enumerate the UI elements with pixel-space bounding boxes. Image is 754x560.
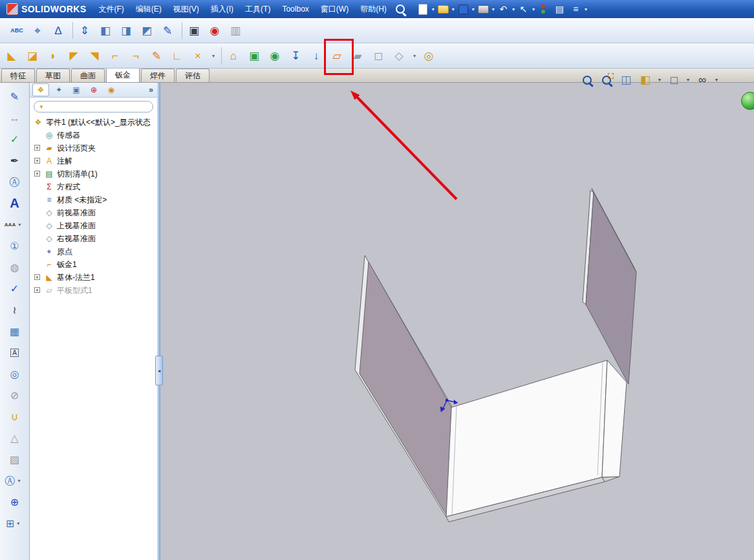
featuremanager-tab-icon[interactable]: ❖ bbox=[32, 83, 49, 96]
tree-item-right-plane[interactable]: ◇ 右视基准面 bbox=[30, 232, 157, 245]
edit-appearance-icon[interactable] bbox=[741, 92, 754, 110]
dropdown-arrow-icon[interactable]: ▾ bbox=[532, 6, 535, 12]
tree-item-root[interactable]: ❖ 零件1 (默认<<默认>_显示状态 bbox=[30, 116, 157, 129]
edge-flange-icon[interactable]: ◤ bbox=[65, 46, 83, 65]
section-view-icon[interactable]: ◫ bbox=[618, 72, 634, 88]
propertymanager-tab-icon[interactable]: ✦ bbox=[51, 84, 67, 96]
chevron-right-icon[interactable]: » bbox=[149, 85, 155, 94]
insert-bends-icon[interactable]: ◇ bbox=[390, 46, 408, 65]
expand-icon[interactable]: + bbox=[34, 287, 40, 293]
tree-filter-input[interactable] bbox=[47, 103, 148, 111]
tab-weldments[interactable]: 焊件 bbox=[141, 69, 175, 82]
new-document-icon[interactable] bbox=[416, 2, 431, 16]
smart-dimension-icon[interactable]: ↔ bbox=[4, 109, 26, 127]
tree-item-material[interactable]: ≡ 材质 <未指定> bbox=[30, 193, 157, 206]
symmetry-check-icon[interactable]: ◩ bbox=[138, 21, 156, 40]
print-icon[interactable] bbox=[476, 2, 491, 16]
spell-check-icon[interactable]: ✓ bbox=[4, 131, 26, 148]
dropdown-arrow-icon[interactable]: ▾ bbox=[656, 77, 663, 83]
dropdown-arrow-icon[interactable]: ▾ bbox=[585, 6, 587, 12]
zoom-fit-icon[interactable] bbox=[579, 72, 596, 88]
menu-edit[interactable]: 编辑(E) bbox=[130, 0, 167, 18]
graphics-area[interactable] bbox=[160, 83, 754, 560]
dimxpertmanager-tab-icon[interactable]: ⊕ bbox=[86, 84, 102, 96]
edit-sketch-icon[interactable]: ✎ bbox=[4, 88, 26, 105]
zoom-area-icon[interactable] bbox=[598, 72, 615, 88]
dropdown-arrow-icon[interactable]: ▾ bbox=[685, 77, 691, 83]
center-mark-icon[interactable]: ⊕ bbox=[4, 493, 26, 511]
display-style-icon[interactable]: ◻ bbox=[665, 72, 682, 88]
cross-break-icon[interactable]: × bbox=[189, 46, 207, 65]
revision-symbol-icon[interactable]: △ bbox=[4, 429, 26, 447]
base-flange-icon[interactable]: ◣ bbox=[3, 46, 21, 65]
jog-line-icon[interactable]: ∪ bbox=[4, 408, 26, 425]
search-icon[interactable] bbox=[393, 2, 408, 16]
tree-item-front-plane[interactable]: ◇ 前视基准面 bbox=[30, 206, 157, 219]
rebuild-icon[interactable] bbox=[536, 2, 551, 16]
format-painter-icon[interactable]: Ⓐ bbox=[4, 173, 26, 191]
tab-features[interactable]: 特征 bbox=[1, 69, 35, 82]
tree-item-sheet-metal1[interactable]: ⌐ 钣金1 bbox=[30, 258, 157, 271]
dropdown-arrow-icon[interactable]: ▾ bbox=[210, 53, 217, 59]
tab-evaluate[interactable]: 评估 bbox=[176, 69, 210, 82]
hide-show-items-icon[interactable]: ∞ bbox=[694, 72, 711, 88]
undo-icon[interactable]: ↶ bbox=[496, 2, 511, 16]
area-hatch-icon[interactable]: ▨ bbox=[4, 451, 26, 468]
options-icon[interactable]: ≡ bbox=[568, 2, 583, 16]
menu-view[interactable]: 视图(V) bbox=[167, 0, 205, 18]
dropdown-arrow-icon[interactable]: ▾ bbox=[16, 478, 23, 484]
save-icon[interactable] bbox=[456, 2, 471, 16]
unfold-icon[interactable]: ▱ bbox=[328, 46, 346, 65]
jog-icon[interactable]: ¬ bbox=[127, 46, 145, 65]
performance-icon[interactable]: ▥ bbox=[226, 21, 244, 40]
tree-item-top-plane[interactable]: ◇ 上视基准面 bbox=[30, 219, 157, 232]
measure-icon[interactable]: ⌖ bbox=[28, 21, 47, 40]
simple-hole-icon[interactable]: ↓ bbox=[307, 46, 325, 65]
tree-item-design-binder[interactable]: + ▰ 设计活页夹 bbox=[30, 142, 157, 155]
dropdown-arrow-icon[interactable]: ▾ bbox=[14, 521, 22, 526]
dropdown-arrow-icon[interactable]: ▾ bbox=[713, 77, 720, 83]
dropdown-arrow-icon[interactable]: ▾ bbox=[432, 6, 435, 12]
surface-finish-icon[interactable]: ✓ bbox=[4, 280, 26, 297]
vent-icon[interactable]: ◉ bbox=[266, 46, 284, 65]
dropdown-arrow-icon[interactable]: ▾ bbox=[16, 222, 23, 228]
left-flange-face[interactable] bbox=[360, 262, 451, 515]
dropdown-arrow-icon[interactable]: ▾ bbox=[512, 6, 515, 12]
tab-surfaces[interactable]: 曲面 bbox=[71, 69, 105, 82]
rip-icon[interactable]: ⌂ bbox=[224, 46, 242, 65]
spell-check-icon[interactable]: ABC bbox=[8, 21, 26, 40]
expand-icon[interactable]: + bbox=[34, 274, 40, 280]
dropdown-arrow-icon[interactable]: ▾ bbox=[452, 6, 455, 12]
tables-icon[interactable]: ⊞▾ bbox=[4, 515, 26, 532]
properties-icon[interactable]: ▤ bbox=[552, 2, 567, 16]
panel-collapse-button[interactable]: ◄ bbox=[155, 356, 163, 385]
hem-icon[interactable]: ⌐ bbox=[106, 46, 124, 65]
costing-icon[interactable]: ◎ bbox=[420, 46, 438, 65]
tree-item-flat-pattern1[interactable]: + ▱ 平板型式1 bbox=[30, 284, 157, 297]
block-icon[interactable]: ⊘ bbox=[4, 387, 26, 404]
camera-icon[interactable]: ▣ bbox=[185, 21, 203, 40]
balloon-icon[interactable]: ① bbox=[4, 237, 26, 255]
note-icon[interactable]: A bbox=[4, 195, 26, 212]
menu-toolbox[interactable]: Toolbox bbox=[276, 0, 314, 18]
menu-window[interactable]: 窗口(W) bbox=[315, 0, 354, 18]
dropdown-arrow-icon[interactable]: ▾ bbox=[411, 53, 418, 59]
dropdown-arrow-icon[interactable]: ▾ bbox=[472, 6, 475, 12]
balloon-a-icon[interactable]: Ⓐ▾ bbox=[4, 472, 26, 490]
forming-tool-icon[interactable]: ▣ bbox=[245, 46, 263, 65]
tree-item-sensors[interactable]: ◎ 传感器 bbox=[30, 129, 157, 142]
view-orientation-icon[interactable]: ◧ bbox=[637, 72, 654, 88]
expand-icon[interactable]: + bbox=[34, 145, 40, 151]
displaymanager-tab-icon[interactable]: ◉ bbox=[103, 84, 119, 96]
move-copy-icon[interactable]: ⇕ bbox=[76, 21, 94, 40]
configurationmanager-tab-icon[interactable]: ▣ bbox=[69, 84, 84, 96]
tab-sheet-metal[interactable]: 钣金 bbox=[106, 67, 140, 82]
dropdown-arrow-icon[interactable]: ▾ bbox=[492, 6, 495, 12]
no-bends-icon[interactable]: ◻ bbox=[369, 46, 387, 65]
check-entity-icon[interactable]: ✎ bbox=[158, 21, 177, 40]
select-arrow-icon[interactable]: ↖ bbox=[516, 2, 531, 16]
record-video-icon[interactable]: ◉ bbox=[206, 21, 224, 40]
tree-item-cut-list[interactable]: + ▤ 切割清单(1) bbox=[30, 167, 157, 180]
menu-insert[interactable]: 插入(I) bbox=[205, 0, 239, 18]
miter-flange-icon[interactable]: ◥ bbox=[85, 46, 103, 65]
